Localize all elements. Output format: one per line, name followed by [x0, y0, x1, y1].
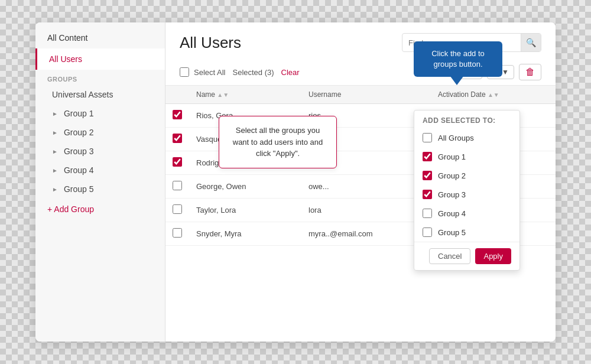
dropdown-item[interactable]: Group 3 — [414, 185, 519, 204]
clear-button[interactable]: Clear — [281, 68, 300, 77]
selected-info: Selected (3) — [232, 68, 274, 77]
dropdown-arrow-icon: ▼ — [470, 68, 477, 76]
chevron-icon: ► — [52, 129, 58, 136]
select-all-label: Select All — [194, 68, 225, 77]
sidebar-group-5-label: Group 5 — [64, 184, 94, 194]
add-to-groups-button[interactable]: ☷ ▼ — [456, 65, 482, 79]
dropdown-item-checkbox[interactable] — [423, 190, 432, 199]
row-checkbox[interactable] — [173, 110, 182, 119]
sidebar-group-1[interactable]: ► Group 1 — [35, 104, 165, 123]
dropdown-item-label: Group 5 — [438, 228, 466, 237]
sidebar-item-all-users[interactable]: All Users — [35, 48, 165, 70]
sidebar-group-2-label: Group 2 — [64, 128, 94, 137]
row-checkbox[interactable] — [173, 204, 182, 214]
chevron-icon: ► — [52, 110, 58, 117]
sidebar-universal-assets[interactable]: Universal Assets — [35, 85, 165, 104]
groups-section-label: GROUPS — [35, 70, 165, 85]
sidebar-group-1-label: Group 1 — [64, 109, 94, 118]
add-to-label: Add to: — [427, 68, 451, 77]
search-bar: 🔍 — [402, 33, 541, 52]
dropdown-footer: Cancel Apply — [414, 242, 519, 270]
sidebar: All Content All Users GROUPS Universal A… — [35, 22, 165, 342]
row-checkbox-cell — [165, 199, 189, 222]
trash-icon: 🗑 — [525, 67, 535, 77]
dropdown-item[interactable]: All Groups — [414, 128, 519, 147]
sidebar-group-3[interactable]: ► Group 3 — [35, 142, 165, 161]
toolbar: Select All Selected (3) Clear Add to: ☷ … — [165, 59, 556, 86]
stack-icon: ⸻ — [492, 68, 499, 76]
sidebar-item-all-users-label: All Users — [49, 54, 82, 64]
main-header: All Users 🔍 — [165, 22, 556, 59]
page-title: All Users — [180, 34, 241, 52]
sidebar-group-5[interactable]: ► Group 5 — [35, 180, 165, 199]
sort-activation-icon: ▲▼ — [488, 92, 499, 98]
dropdown-item[interactable]: Group 5 — [414, 223, 519, 242]
row-checkbox[interactable] — [173, 228, 182, 238]
dropdown-item-checkbox[interactable] — [423, 152, 432, 161]
sidebar-item-all-content[interactable]: All Content — [35, 27, 165, 48]
select-all-area: Select All — [180, 67, 225, 77]
sidebar-group-2[interactable]: ► Group 2 — [35, 123, 165, 142]
col-checkbox — [165, 86, 189, 104]
row-checkbox-cell — [165, 151, 189, 175]
add-group-button[interactable]: + Add Group — [35, 199, 165, 220]
dropdown-item[interactable]: Group 1 — [414, 147, 519, 166]
add-group-label: + Add Group — [47, 204, 94, 214]
layers-icon: ☷ — [461, 68, 467, 76]
search-input[interactable] — [402, 38, 521, 47]
table-header-row: Name ▲▼ Username Activation Date ▲▼ — [165, 86, 556, 104]
row-checkbox[interactable] — [173, 134, 182, 143]
col-username: Username — [301, 86, 431, 104]
instruction-text: Select all the groups you want to add us… — [233, 126, 323, 158]
sidebar-group-4-label: Group 4 — [64, 165, 94, 175]
row-name: Snyder, Myra — [189, 222, 301, 246]
chevron-icon: ► — [52, 148, 58, 155]
instruction-box: Select all the groups you want to add us… — [219, 116, 337, 168]
apply-button[interactable]: Apply — [475, 248, 511, 264]
dropdown-item-label: Group 1 — [438, 152, 466, 161]
row-username: myra..@email.com — [301, 222, 431, 246]
cancel-button[interactable]: Cancel — [429, 248, 470, 264]
row-checkbox[interactable] — [173, 157, 182, 167]
row-checkbox-cell — [165, 222, 189, 246]
sort-name-icon: ▲▼ — [217, 92, 229, 98]
row-checkbox-cell — [165, 128, 189, 151]
move-to-button[interactable]: ⸻ ▼ — [487, 65, 514, 79]
dropdown-item-label: Group 3 — [438, 190, 466, 199]
dropdown-item-label: All Groups — [438, 134, 474, 142]
dropdown-items: All Groups Group 1 Group 2 Group 3 Group… — [414, 128, 519, 242]
dropdown-arrow-2-icon: ▼ — [502, 68, 509, 76]
dropdown-item[interactable]: Group 4 — [414, 204, 519, 223]
row-name: George, Owen — [189, 175, 301, 199]
dropdown-item-checkbox[interactable] — [423, 228, 432, 237]
row-name: Taylor, Lora — [189, 199, 301, 222]
dropdown-panel: Add selected to: All Groups Group 1 Grou… — [414, 110, 520, 271]
row-checkbox-cell — [165, 104, 189, 128]
search-button[interactable]: 🔍 — [521, 33, 541, 52]
app-window: All Content All Users GROUPS Universal A… — [35, 22, 556, 342]
row-checkbox[interactable] — [173, 181, 182, 190]
col-activation[interactable]: Activation Date ▲▼ — [431, 86, 556, 104]
dropdown-item-label: Group 4 — [438, 209, 466, 218]
sidebar-group-4[interactable]: ► Group 4 — [35, 161, 165, 180]
dropdown-item-checkbox[interactable] — [423, 133, 432, 142]
dropdown-item-checkbox[interactable] — [423, 209, 432, 218]
dropdown-header: Add selected to: — [414, 110, 519, 128]
col-name[interactable]: Name ▲▼ — [189, 86, 301, 104]
sidebar-group-3-label: Group 3 — [64, 147, 94, 156]
sidebar-item-all-content-label: All Content — [47, 33, 87, 43]
chevron-icon: ► — [52, 167, 58, 174]
dropdown-item-checkbox[interactable] — [423, 171, 432, 180]
chevron-icon: ► — [52, 186, 58, 193]
delete-button[interactable]: 🗑 — [519, 64, 541, 80]
dropdown-item-label: Group 2 — [438, 171, 466, 180]
dropdown-item[interactable]: Group 2 — [414, 166, 519, 185]
row-checkbox-cell — [165, 175, 189, 199]
row-username: owe... — [301, 175, 431, 199]
toolbar-right: Add to: ☷ ▼ ⸻ ▼ 🗑 — [427, 64, 541, 80]
sidebar-universal-assets-label: Universal Assets — [52, 90, 113, 99]
select-all-checkbox[interactable] — [180, 67, 189, 77]
row-username: lora — [301, 199, 431, 222]
